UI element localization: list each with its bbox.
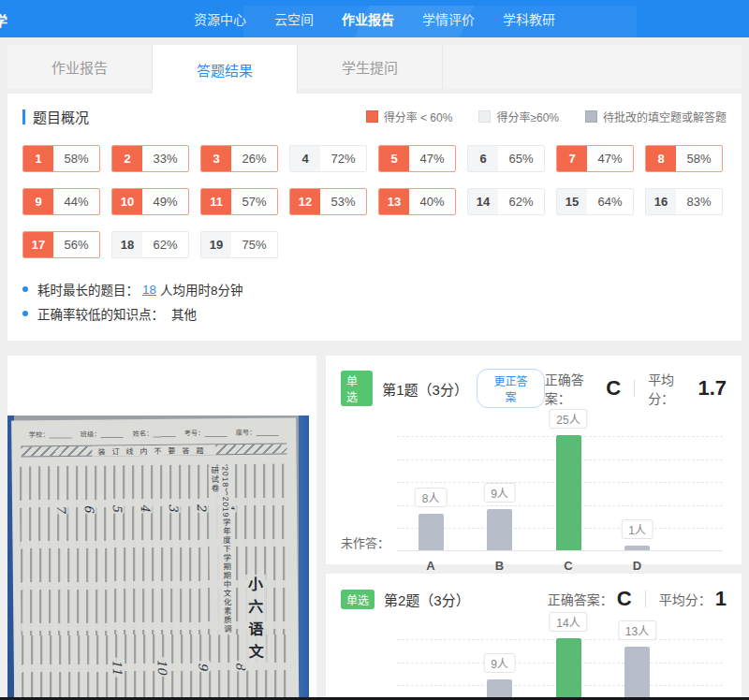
question-score-rate: 44% (53, 189, 99, 214)
legend-swatch (478, 110, 491, 123)
note-link[interactable]: 18 (142, 283, 156, 297)
bar-value-label: 9人 (483, 483, 516, 503)
exam-title: 2018～2019学年度下学期期中文化素质调研试卷 (209, 466, 233, 634)
average-value: 1.7 (698, 376, 727, 401)
paper-field: 座号：______ (236, 427, 279, 436)
question-tile[interactable]: 2 33% (111, 145, 189, 172)
no-answer-label: 未作答： (341, 533, 389, 551)
answer-distribution-chart: 8人A9人B25人C1人D (397, 436, 723, 551)
question-tile[interactable]: 5 47% (378, 145, 456, 172)
legend-item: 得分率≥60% (478, 109, 559, 124)
legend-label: 得分率 < 60% (384, 109, 453, 124)
answer-label: 正确答案： (548, 590, 613, 608)
tab[interactable]: 学生提问 (298, 45, 443, 89)
bar-value-label: 14人 (549, 612, 587, 632)
question-tile-grid: 1 58% 2 33% 3 26% 4 72% 5 47% (22, 145, 727, 258)
nav-item[interactable]: 作业报告 (342, 9, 394, 28)
top-nav: 学 资源中心 云空间 作业报告 学情评价 学科教研 (0, 0, 749, 37)
question-tile[interactable]: 1 58% (22, 145, 100, 172)
question-number: 3 (201, 146, 231, 171)
question-number: 14 (468, 189, 498, 214)
question-tile[interactable]: 4 72% (289, 145, 367, 172)
x-axis-label: D (633, 559, 641, 573)
question-tile[interactable]: 11 57% (200, 188, 278, 215)
question-number: 18 (112, 232, 142, 257)
question-tile[interactable]: 10 49% (111, 188, 189, 215)
paper-field: 学校：______ (29, 429, 72, 438)
question-score-rate: 58% (676, 146, 722, 171)
legend-item: 得分率 < 60% (366, 109, 453, 124)
photo-right-edge (299, 416, 309, 700)
x-axis-label: C (564, 559, 572, 573)
bar-value-label: 8人 (415, 488, 448, 507)
question-type-badge: 单选 (341, 371, 373, 406)
question-score-rate: 40% (409, 189, 455, 214)
question-score-rate: 33% (142, 146, 188, 171)
nav-menu: 资源中心 云空间 作业报告 学情评价 学科教研 (194, 9, 555, 28)
question-tile[interactable]: 16 83% (645, 188, 723, 215)
question-score-rate: 47% (409, 146, 455, 171)
question-score-rate: 75% (231, 232, 277, 257)
bar-B (487, 509, 512, 550)
logo-partial: 学 (0, 10, 7, 30)
question-tile[interactable]: 6 65% (467, 145, 545, 172)
paper-body-text: 7654321 111098 2018～2019学年度下学期期中文化素质调研试卷… (20, 464, 294, 700)
question-number: 11 (201, 189, 231, 214)
question-title: 第2题（3分） (384, 590, 470, 609)
bullet-dot-icon (22, 311, 28, 316)
question-number: 13 (379, 189, 409, 214)
question-number: 10 (112, 189, 142, 214)
paper-header-fields: 学校：______班级：______姓名：______考号：______座号：_… (24, 427, 283, 440)
question-score-rate: 83% (676, 189, 722, 214)
question-score-rate: 47% (587, 146, 633, 171)
question-number: 17 (23, 232, 53, 257)
question-tile[interactable]: 17 56% (22, 231, 100, 258)
average-label: 平均分： (648, 370, 694, 407)
note-line: 耗时最长的题目： 18 人均用时8分钟 (22, 277, 727, 301)
question-tile[interactable]: 7 47% (556, 145, 634, 172)
question-tile[interactable]: 14 62% (467, 188, 545, 215)
test-paper-photo[interactable]: 学校：______班级：______姓名：______考号：______座号：_… (7, 416, 309, 700)
question-1-card: 单选 第1题（3分） 更正答案 正确答案： C 平均分： 1.7 8人A9人B2… (326, 356, 742, 564)
nav-item[interactable]: 学科教研 (503, 9, 555, 28)
question-score-rate: 64% (587, 189, 633, 214)
x-axis-label: A (426, 559, 434, 573)
question-tile[interactable]: 18 62% (111, 231, 189, 258)
answer-distribution-chart: A9人B14人C13人D (397, 639, 723, 700)
question-tile[interactable]: 8 58% (645, 145, 723, 172)
tab[interactable]: 作业报告 (7, 45, 153, 89)
correct-answer-button[interactable]: 更正答案 (477, 369, 545, 408)
nav-item[interactable]: 云空间 (274, 9, 314, 28)
question-tile[interactable]: 12 53% (289, 188, 367, 215)
question-score-rate: 65% (498, 146, 544, 171)
bar-D (624, 647, 650, 700)
question-number: 9 (23, 189, 53, 214)
question-numbers-row2: 111098 (108, 659, 246, 675)
question-score-rate: 53% (320, 189, 366, 214)
question-tile[interactable]: 15 64% (556, 188, 634, 215)
handwritten-number: 9 (196, 661, 210, 672)
legend: 得分率 < 60% 得分率≥60% 待批改的填空题或解答题 (366, 109, 727, 124)
question-score-rate: 26% (231, 146, 277, 171)
note-prefix: 耗时最长的题目： (37, 280, 139, 299)
seal-line-text: 装订线内不要答题 (92, 445, 215, 456)
nav-item[interactable]: 学情评价 (422, 9, 475, 28)
tab[interactable]: 答题结果 (153, 45, 298, 94)
handwritten-number: 4 (139, 502, 153, 513)
average-label: 平均分： (659, 590, 712, 608)
question-number: 16 (646, 189, 676, 214)
question-tile[interactable]: 9 44% (22, 188, 100, 215)
question-tile[interactable]: 3 26% (200, 145, 278, 172)
section-title: 题目概况 (33, 107, 89, 126)
question-tile[interactable]: 13 40% (378, 188, 456, 215)
test-paper: 学校：______班级：______姓名：______考号：______座号：_… (11, 417, 301, 700)
handwritten-number: 2 (194, 502, 208, 513)
question-number: 1 (23, 146, 53, 171)
nav-item[interactable]: 资源中心 (194, 9, 246, 28)
question-number: 4 (290, 146, 320, 171)
question-tile[interactable]: 19 75% (200, 231, 278, 258)
paper-preview-card: 学校：______班级：______姓名：______考号：______座号：_… (7, 356, 316, 700)
bar-value-label: 1人 (621, 519, 654, 539)
bar-value-label: 13人 (618, 620, 656, 640)
question-type-badge: 单选 (341, 590, 374, 609)
